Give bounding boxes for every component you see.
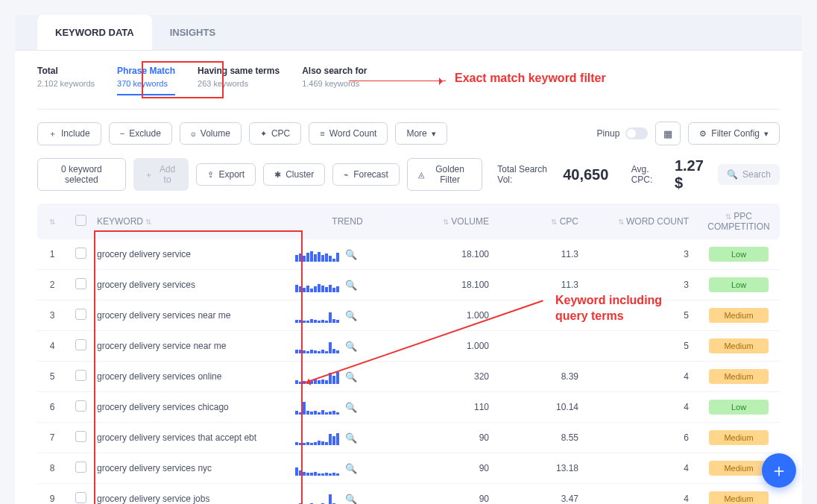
trend-sparkline xyxy=(295,308,339,323)
magnify-icon[interactable]: 🔍 xyxy=(345,249,357,260)
golden-filter-button[interactable]: ◬Golden Filter xyxy=(407,158,482,191)
magnify-icon[interactable]: 🔍 xyxy=(345,494,357,505)
filter-total[interactable]: Total2.102 keywords xyxy=(37,66,95,95)
filter-label: Phrase Match xyxy=(117,66,175,76)
row-checkbox[interactable] xyxy=(75,400,86,412)
magnify-icon[interactable]: 🔍 xyxy=(345,463,357,474)
table-row[interactable]: 1grocery delivery service🔍18.10011.33Low xyxy=(37,239,780,270)
row-checkbox[interactable] xyxy=(75,431,86,442)
exclude-button[interactable]: −Exclude xyxy=(109,122,172,145)
total-search-vol-value: 40,650 xyxy=(563,166,608,183)
keyword-text: grocery delivery services online xyxy=(94,371,295,382)
row-checkbox[interactable] xyxy=(75,248,86,259)
gauge-icon: ⌾ xyxy=(191,129,196,138)
include-button[interactable]: ＋Include xyxy=(37,122,101,145)
row-index: 4 xyxy=(37,341,67,351)
sort-ppc-icon[interactable]: ⇅ xyxy=(725,212,731,221)
export-button[interactable]: ⇪Export xyxy=(196,163,256,186)
table-row[interactable]: 8grocery delivery services nyc🔍9013.184M… xyxy=(37,453,780,484)
filter-phrase-match[interactable]: Phrase Match370 keywords xyxy=(117,66,175,95)
word-count-value: 4 xyxy=(586,463,698,473)
magnify-icon[interactable]: 🔍 xyxy=(345,280,357,291)
plus-icon: ＋ xyxy=(48,128,57,139)
add-fab-button[interactable]: ＋ xyxy=(762,453,796,488)
cpc-filter-button[interactable]: ✦CPC xyxy=(249,122,301,145)
total-search-vol-label: Total Search Vol: xyxy=(497,164,555,185)
plus-icon: ＋ xyxy=(145,169,153,180)
keyword-text: grocery delivery service near me xyxy=(94,341,295,351)
ppc-badge: Medium xyxy=(709,491,769,504)
row-checkbox[interactable] xyxy=(75,309,86,320)
ppc-badge: Medium xyxy=(709,369,769,384)
trend-sparkline xyxy=(295,461,339,476)
more-filters-button[interactable]: More ▾ xyxy=(395,122,447,145)
row-index: 3 xyxy=(37,310,67,321)
keyword-text: grocery delivery services xyxy=(94,280,295,290)
magnify-icon[interactable]: 🔍 xyxy=(345,341,357,352)
word-count-value: 6 xyxy=(586,432,698,443)
row-checkbox[interactable] xyxy=(75,370,86,381)
row-checkbox[interactable] xyxy=(75,492,86,503)
row-index: 2 xyxy=(37,280,67,290)
table-row[interactable]: 7grocery delivery services that accept e… xyxy=(37,423,780,453)
keyword-text: grocery delivery services nyc xyxy=(94,463,295,473)
table-row[interactable]: 3grocery delivery services near me🔍1.000… xyxy=(37,300,780,331)
sort-cpc-icon[interactable]: ⇅ xyxy=(551,218,557,226)
magnify-icon[interactable]: 🔍 xyxy=(345,371,357,382)
select-all-checkbox[interactable] xyxy=(75,215,86,226)
filter-config-button[interactable]: ⚙Filter Config ▾ xyxy=(688,122,780,145)
sort-volume-icon[interactable]: ⇅ xyxy=(443,218,449,226)
word-count-filter-button[interactable]: ≡Word Count xyxy=(309,122,388,145)
trend-sparkline xyxy=(295,400,339,415)
ppc-badge: Medium xyxy=(709,308,769,323)
table-row[interactable]: 9grocery delivery service jobs🔍903.474Me… xyxy=(37,484,780,504)
row-checkbox[interactable] xyxy=(75,278,86,289)
columns-button[interactable]: ▦ xyxy=(655,122,681,145)
row-index: 9 xyxy=(37,494,67,504)
cluster-icon: ✱ xyxy=(274,170,281,180)
row-checkbox[interactable] xyxy=(75,462,86,473)
word-count-value: 5 xyxy=(586,341,698,351)
sort-keyword-icon[interactable]: ⇅ xyxy=(145,218,151,226)
search-input[interactable]: 🔍Search xyxy=(718,164,780,185)
filter-count: 263 keywords xyxy=(198,79,248,88)
magnify-icon[interactable]: 🔍 xyxy=(345,402,357,413)
cpc-value: 3.47 xyxy=(496,494,586,504)
word-count-value: 3 xyxy=(586,249,698,259)
keyword-filter-bar: Exact match keyword filter Total2.102 ke… xyxy=(37,66,780,110)
table-row[interactable]: 5grocery delivery services online🔍3208.3… xyxy=(37,362,780,392)
volume-filter-button[interactable]: ⌾Volume xyxy=(180,122,242,145)
table-row[interactable]: 2grocery delivery services🔍18.10011.33Lo… xyxy=(37,270,780,300)
keyword-text: grocery delivery service jobs xyxy=(94,494,295,504)
row-checkbox[interactable] xyxy=(75,339,86,350)
volume-value: 1.000 xyxy=(400,341,496,351)
ppc-badge: Low xyxy=(709,400,769,415)
forecast-button[interactable]: ⌁Forecast xyxy=(332,163,400,186)
magnify-icon[interactable]: 🔍 xyxy=(345,432,357,444)
col-volume-header: VOLUME xyxy=(451,216,489,227)
sort-index-icon[interactable]: ⇅ xyxy=(49,218,55,226)
col-cpc-header: CPC xyxy=(560,216,578,227)
row-index: 6 xyxy=(37,402,67,412)
ppc-badge: Low xyxy=(709,277,769,292)
volume-value: 110 xyxy=(400,402,496,412)
annotation-arrow-icon xyxy=(349,81,446,81)
pinup-label: Pinup xyxy=(597,128,620,139)
sort-wordcount-icon[interactable]: ⇅ xyxy=(618,218,624,226)
filter-having-same-terms[interactable]: Having same terms263 keywords xyxy=(198,66,280,95)
table-row[interactable]: 6grocery delivery services chicago🔍11010… xyxy=(37,392,780,423)
minus-icon: − xyxy=(120,129,124,138)
keyword-text: grocery delivery services that accept eb… xyxy=(94,432,295,443)
trend-sparkline xyxy=(295,430,339,445)
selected-count-button[interactable]: 0 keyword selected xyxy=(37,158,126,191)
magnify-icon[interactable]: 🔍 xyxy=(345,310,357,321)
filter-label: Having same terms xyxy=(198,66,280,76)
export-icon: ⇪ xyxy=(207,170,214,180)
tab-keyword-data[interactable]: KEYWORD DATA xyxy=(37,15,152,50)
cluster-button[interactable]: ✱Cluster xyxy=(263,163,325,186)
volume-value: 18.100 xyxy=(400,280,496,290)
chevron-down-icon: ▾ xyxy=(432,129,436,139)
tab-insights[interactable]: INSIGHTS xyxy=(152,15,233,50)
pinup-toggle[interactable] xyxy=(625,127,648,139)
wordcount-icon: ≡ xyxy=(320,129,324,138)
